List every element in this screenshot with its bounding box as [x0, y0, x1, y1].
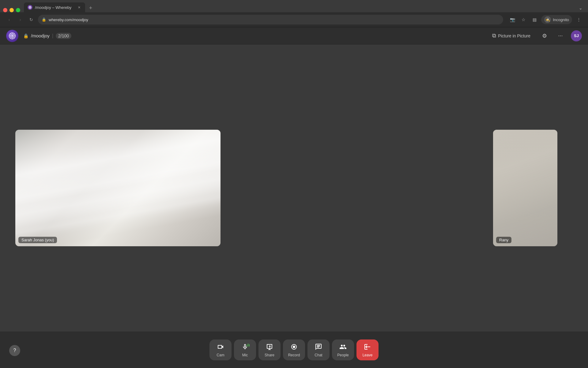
question-icon: ?: [13, 348, 16, 353]
tab-close-button[interactable]: ✕: [77, 5, 81, 10]
share-button[interactable]: Share: [258, 339, 281, 360]
participant-count: 2/100: [56, 33, 71, 39]
secondary-participant-label: Rany: [496, 237, 511, 243]
audio-bars: [247, 343, 250, 347]
tab-bar: /moodjoy – Whereby ✕ + ⌄: [0, 0, 588, 12]
share-icon: [265, 343, 274, 351]
leave-icon: [363, 343, 372, 351]
window-minimize-button[interactable]: [9, 8, 14, 12]
record-label: Record: [288, 353, 300, 357]
cam-button[interactable]: Cam: [209, 339, 232, 360]
sidebar-toggle-button[interactable]: ▤: [530, 15, 539, 24]
room-info: 🔒 /moodjoy | 2/100: [23, 33, 71, 39]
address-bar[interactable]: 🔒 whereby.com/moodjoy: [38, 15, 503, 25]
more-options-button[interactable]: ···: [555, 30, 566, 41]
camera-browser-button[interactable]: 📷: [508, 15, 517, 24]
record-button[interactable]: Record: [283, 339, 305, 360]
help-button[interactable]: ?: [9, 345, 20, 356]
audio-bar-2: [248, 343, 249, 347]
settings-button[interactable]: ⚙: [539, 30, 550, 41]
reload-button[interactable]: ↻: [27, 15, 36, 24]
mic-icon-wrapper: [241, 343, 249, 351]
share-label: Share: [265, 353, 274, 357]
avatar-initials: SJ: [574, 33, 579, 38]
window-close-button[interactable]: [3, 8, 7, 12]
people-label: People: [337, 353, 349, 357]
leave-button[interactable]: Leave: [356, 339, 379, 360]
browser-controls: ‹ › ↻ 🔒 whereby.com/moodjoy 📷 ☆ ▤ 🕵 Inco…: [0, 12, 588, 27]
leave-label: Leave: [363, 353, 373, 357]
main-video-container: Sarah Jonas (you): [15, 130, 221, 246]
secondary-video-container: Rany: [493, 130, 557, 246]
user-avatar-button[interactable]: SJ: [571, 30, 582, 41]
incognito-button[interactable]: 🕵 Incognito: [541, 15, 572, 24]
mic-label: Mic: [242, 353, 248, 357]
incognito-icon: 🕵: [544, 16, 551, 23]
people-button[interactable]: People: [332, 339, 354, 360]
video-area: Sarah Jonas (you) Rany: [0, 44, 588, 332]
room-lock-icon: 🔒: [23, 33, 28, 38]
main-participant-label: Sarah Jonas (you): [18, 237, 57, 243]
ellipsis-icon: ···: [558, 33, 563, 39]
people-icon: [339, 343, 347, 351]
gear-icon: ⚙: [542, 33, 547, 39]
forward-button[interactable]: ›: [16, 15, 24, 24]
room-divider: |: [52, 33, 53, 39]
new-tab-button[interactable]: +: [86, 4, 95, 12]
audio-bar-1: [247, 345, 247, 347]
cam-icon: [216, 343, 225, 351]
pip-icon: ⧉: [492, 33, 496, 39]
tab-title: /moodjoy – Whereby: [35, 5, 71, 10]
chat-icon: [314, 343, 323, 351]
browser-menu-button[interactable]: ⋮: [575, 15, 583, 24]
cam-label: Cam: [217, 353, 224, 357]
svg-point-12: [293, 346, 295, 348]
main-video-feed: [15, 130, 221, 246]
url-text: whereby.com/moodjoy: [49, 17, 88, 22]
active-tab[interactable]: /moodjoy – Whereby ✕: [24, 2, 85, 12]
room-name: /moodjoy: [31, 33, 50, 38]
pip-button[interactable]: ⧉ Picture in Picture: [488, 31, 534, 41]
back-button[interactable]: ‹: [5, 15, 13, 24]
secondary-video-feed: [493, 130, 557, 246]
mic-button[interactable]: Mic: [234, 339, 256, 360]
app-header: 🔒 /moodjoy | 2/100 ⧉ Picture in Picture …: [0, 27, 588, 44]
tab-bar-right: ⌄: [576, 4, 585, 12]
mic-icon: [242, 343, 248, 350]
tab-favicon: [28, 5, 32, 10]
lock-icon: 🔒: [42, 17, 46, 22]
tab-strip-expand-button[interactable]: ⌄: [576, 4, 585, 12]
browser-actions: 📷 ☆ ▤ 🕵 Incognito ⋮: [508, 15, 583, 24]
toolbar: ? Cam Mic: [0, 332, 588, 368]
pip-label: Picture in Picture: [498, 33, 530, 38]
browser-chrome: /moodjoy – Whereby ✕ + ⌄ ‹ › ↻ 🔒 whereby…: [0, 0, 588, 27]
record-icon: [290, 343, 298, 351]
chat-button[interactable]: Chat: [307, 339, 330, 360]
audio-bar-3: [249, 344, 250, 347]
chat-label: Chat: [315, 353, 322, 357]
bookmark-button[interactable]: ☆: [519, 15, 528, 24]
incognito-label: Incognito: [553, 17, 569, 22]
window-controls: [3, 8, 20, 12]
window-maximize-button[interactable]: [16, 8, 20, 12]
app-logo: [6, 30, 18, 42]
